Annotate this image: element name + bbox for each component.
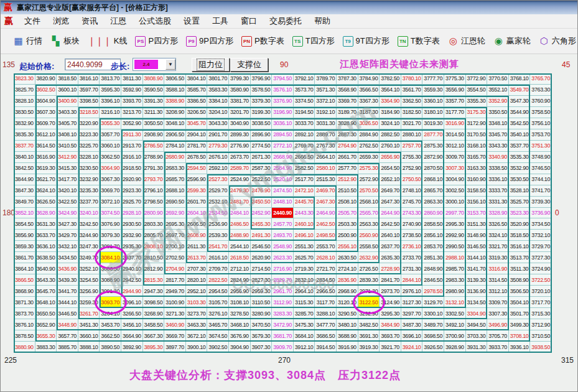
grid-cell[interactable]: 2956.90: [229, 286, 251, 297]
grid-cell[interactable]: 3451.30: [78, 319, 100, 330]
grid-cell[interactable]: 3772.90: [466, 73, 488, 85]
grid-cell[interactable]: 2637.70: [380, 241, 401, 252]
grid-cell[interactable]: 2800.90: [143, 208, 165, 219]
grid-cell[interactable]: 3669.70: [164, 330, 186, 342]
grid-cell[interactable]: 2616.10: [207, 252, 229, 263]
grid-cell[interactable]: 2606.50: [186, 218, 208, 230]
grid-cell[interactable]: 3727.30: [530, 252, 552, 263]
grid-cell[interactable]: 3868.90: [14, 286, 35, 297]
grid-cell[interactable]: 3585.70: [186, 85, 208, 96]
grid-cell[interactable]: 2551.30: [294, 241, 315, 252]
grid-cell[interactable]: 2808.10: [143, 241, 165, 252]
grid-cell[interactable]: 3907.30: [251, 342, 273, 353]
grid-cell[interactable]: 2654.50: [380, 163, 401, 174]
grid-cell[interactable]: 2968.90: [337, 286, 358, 297]
grid-cell[interactable]: 3724.90: [530, 263, 552, 274]
grid-cell[interactable]: 2805.70: [143, 230, 165, 241]
grid-cell[interactable]: 3513.70: [509, 252, 531, 263]
grid-cell[interactable]: 2760.10: [380, 141, 401, 152]
toolbar-item-赢家轮[interactable]: ◉赢家轮: [493, 35, 531, 47]
grid-cell[interactable]: 3019.30: [422, 118, 444, 129]
grid-cell[interactable]: 2740.90: [401, 218, 423, 230]
grid-cell[interactable]: 3614.50: [35, 141, 57, 152]
grid-cell[interactable]: 3204.10: [207, 107, 229, 118]
grid-cell[interactable]: 2488.90: [229, 230, 251, 241]
grid-cell[interactable]: 3093.70: [100, 297, 121, 308]
grid-cell[interactable]: 2642.50: [380, 218, 401, 230]
grid-cell[interactable]: 3153.70: [466, 208, 488, 219]
grid-cell[interactable]: 2769.70: [294, 141, 315, 152]
grid-cell[interactable]: 2894.50: [272, 129, 294, 141]
grid-cell[interactable]: 3446.50: [57, 308, 78, 319]
grid-cell[interactable]: 3103.30: [186, 297, 208, 308]
grid-cell[interactable]: 3360.10: [422, 96, 444, 107]
grid-cell[interactable]: 3376.90: [272, 96, 294, 107]
grid-cell[interactable]: 3292.90: [358, 308, 380, 319]
grid-cell[interactable]: 2524.90: [229, 174, 251, 185]
grid-cell[interactable]: 3396.10: [100, 96, 121, 107]
grid-cell[interactable]: 3410.50: [57, 141, 78, 152]
grid-cell[interactable]: 2836.90: [337, 274, 358, 286]
grid-cell[interactable]: 2462.50: [315, 218, 337, 230]
grid-cell[interactable]: 3168.10: [466, 141, 488, 152]
grid-cell[interactable]: 3232.90: [78, 174, 100, 185]
grid-cell[interactable]: 3566.50: [358, 85, 380, 96]
resistance-button[interactable]: 阻力位: [192, 58, 230, 72]
grid-cell[interactable]: 3285.70: [294, 308, 315, 319]
grid-cell[interactable]: 3559.30: [422, 85, 444, 96]
grid-cell[interactable]: 3441.70: [57, 286, 78, 297]
grid-cell[interactable]: 3679.30: [251, 330, 273, 342]
grid-cell[interactable]: 3456.10: [121, 319, 143, 330]
grid-cell[interactable]: 2901.70: [207, 129, 229, 141]
grid-cell[interactable]: 3480.10: [337, 319, 358, 330]
grid-cell[interactable]: 2599.30: [186, 185, 208, 197]
grid-cell[interactable]: 2560.90: [358, 230, 380, 241]
grid-cell[interactable]: 2726.50: [358, 263, 380, 274]
grid-cell[interactable]: 3780.10: [401, 73, 423, 85]
grid-cell[interactable]: 3105.70: [207, 297, 229, 308]
grid-cell[interactable]: 2460.10: [294, 218, 315, 230]
grid-cell[interactable]: 2949.70: [164, 286, 186, 297]
grid-cell[interactable]: 2664.10: [315, 152, 337, 163]
grid-cell[interactable]: 2582.50: [294, 163, 315, 174]
grid-cell[interactable]: 3247.30: [78, 241, 100, 252]
grid-cell[interactable]: 3904.90: [229, 342, 251, 353]
grid-cell[interactable]: 2688.10: [164, 185, 186, 197]
grid-cell[interactable]: 3703.30: [466, 330, 488, 342]
grid-cell[interactable]: 3314.50: [487, 274, 509, 286]
grid-cell[interactable]: 3463.30: [186, 319, 208, 330]
grid-cell[interactable]: 3535.30: [509, 152, 531, 163]
grid-cell[interactable]: 3508.90: [509, 274, 531, 286]
grid-cell[interactable]: 3765.70: [530, 73, 552, 85]
grid-cell[interactable]: 3835.30: [14, 129, 35, 141]
grid-cell[interactable]: 2601.70: [186, 197, 208, 208]
grid-cell[interactable]: 2680.90: [164, 152, 186, 163]
grid-cell[interactable]: 3316.90: [487, 263, 509, 274]
grid-cell[interactable]: 2608.90: [186, 230, 208, 241]
grid-cell[interactable]: 3712.90: [530, 319, 552, 330]
grid-cell[interactable]: 3336.10: [487, 174, 509, 185]
grid-cell[interactable]: 3784.90: [358, 73, 380, 85]
grid-cell[interactable]: 2738.50: [401, 230, 423, 241]
grid-cell[interactable]: 3268.90: [143, 308, 165, 319]
menu-item-2[interactable]: 资讯: [75, 14, 104, 28]
grid-cell[interactable]: 3122.50: [358, 297, 380, 308]
grid-cell[interactable]: 2575.30: [358, 163, 380, 174]
grid-cell[interactable]: 3432.10: [57, 241, 78, 252]
toolbar-item-P四方形[interactable]: PSP四方形: [135, 35, 178, 47]
grid-cell[interactable]: 3504.10: [509, 297, 531, 308]
grid-cell[interactable]: 2476.90: [251, 185, 273, 197]
grid-cell[interactable]: 3506.50: [509, 286, 531, 297]
grid-cell[interactable]: 2448.10: [272, 197, 294, 208]
grid-cell[interactable]: 2508.10: [337, 197, 358, 208]
grid-cell[interactable]: 3009.70: [444, 152, 466, 163]
grid-cell[interactable]: 2676.10: [207, 152, 229, 163]
grid-cell[interactable]: 3324.10: [487, 230, 509, 241]
menu-item-9[interactable]: 帮助: [308, 14, 337, 28]
grid-cell[interactable]: 3768.10: [509, 73, 531, 85]
grid-cell[interactable]: 2565.70: [358, 208, 380, 219]
grid-cell[interactable]: 2985.70: [444, 263, 466, 274]
grid-cell[interactable]: 3691.30: [358, 330, 380, 342]
grid-cell[interactable]: 3391.30: [143, 96, 165, 107]
grid-cell[interactable]: 3408.10: [57, 129, 78, 141]
